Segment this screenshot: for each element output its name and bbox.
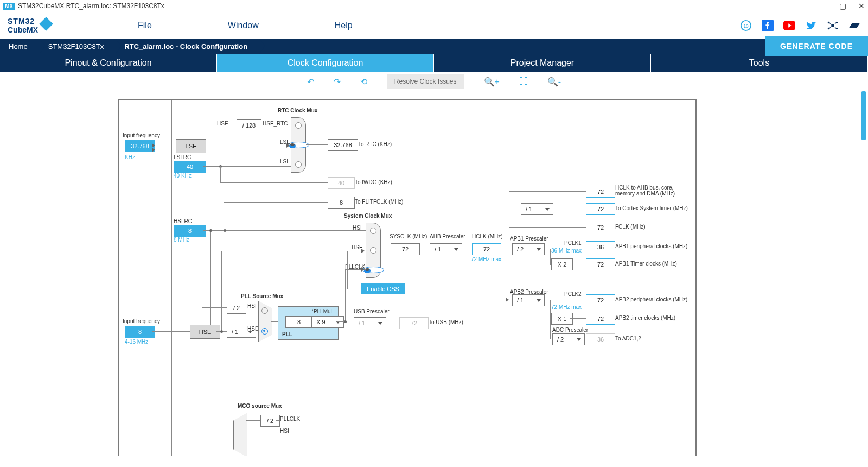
hse-box[interactable]: HSE bbox=[190, 325, 220, 339]
breadcrumb-chip[interactable]: STM32F103C8Tx bbox=[40, 39, 116, 54]
resolve-clock-issues-button[interactable]: Resolve Clock Issues bbox=[387, 74, 464, 89]
menu-window[interactable]: Window bbox=[228, 21, 259, 30]
cube-icon bbox=[39, 17, 53, 30]
pclk1-label: PCLK1 bbox=[564, 240, 582, 246]
st-logo-icon[interactable] bbox=[848, 20, 860, 31]
pll-input-value[interactable]: 8 bbox=[285, 316, 312, 328]
enable-css-button[interactable]: Enable CSS bbox=[361, 283, 405, 294]
mco-source-mux[interactable] bbox=[233, 413, 247, 456]
lse-input-label: Input frequency bbox=[123, 132, 160, 138]
system-clock-mux[interactable] bbox=[366, 223, 381, 278]
breadcrumb-home[interactable]: Home bbox=[0, 39, 40, 54]
usb-label: To USB (MHz) bbox=[429, 319, 463, 325]
rtc-clock-mux[interactable] bbox=[291, 117, 306, 173]
flitfclk-label: To FLITFCLK (MHz) bbox=[355, 199, 403, 205]
cortex-prescaler-select[interactable]: / 1 bbox=[521, 203, 553, 215]
youtube-icon[interactable] bbox=[783, 20, 795, 31]
community-icon[interactable] bbox=[827, 20, 839, 31]
apb1-presc-label: APB1 Prescaler bbox=[510, 236, 548, 242]
toolbar: ↶ ↷ ⟲ Resolve Clock Issues 🔍+ ⛶ 🔍- bbox=[0, 72, 868, 91]
clock-diagram-canvas[interactable]: Input frequency 32.768 KHz LSE LSI RC 40… bbox=[118, 99, 697, 456]
cortex-label: To Cortex System timer (MHz) bbox=[615, 205, 688, 211]
ahb-prescaler-select[interactable]: / 1 bbox=[430, 243, 462, 255]
pclk1-note: 36 MHz max bbox=[551, 248, 582, 254]
mco-div2: / 2 bbox=[260, 415, 280, 427]
logo-line1: STM32 bbox=[8, 17, 38, 26]
apb2-prescaler-select[interactable]: / 1 bbox=[512, 294, 545, 306]
tab-tools[interactable]: Tools bbox=[651, 54, 868, 72]
ahb-presc-label: AHB Prescaler bbox=[430, 234, 465, 239]
svg-text:10: 10 bbox=[743, 24, 749, 29]
lsi-rc-label: LSI RC bbox=[174, 154, 191, 160]
pclk2-label: PCLK2 bbox=[564, 291, 582, 297]
pll-hsi-div2: / 2 bbox=[227, 302, 246, 314]
menubar: STM32 CubeMX File Window Help 10 bbox=[0, 12, 868, 39]
mco-pllclk-label: PLLCLK bbox=[280, 416, 300, 422]
zoom-out-icon[interactable]: 🔍- bbox=[547, 77, 561, 87]
sys-mux-title: System Clock Mux bbox=[344, 213, 392, 219]
vertical-scrollbar[interactable] bbox=[860, 91, 866, 456]
sysclk-label: SYSCLK (MHz) bbox=[390, 234, 427, 239]
fit-icon[interactable]: ⛶ bbox=[519, 77, 528, 86]
facebook-icon[interactable] bbox=[762, 20, 774, 31]
rtc-out-value[interactable]: 32.768 bbox=[328, 139, 358, 151]
hse-input-value[interactable]: 8 bbox=[125, 326, 155, 338]
window-title: STM32CubeMX RTC_alarm.ioc: STM32F103C8Tx bbox=[18, 2, 164, 10]
hclk-value[interactable]: 72 bbox=[472, 243, 501, 255]
apb1-timer-mul: X 2 bbox=[551, 258, 573, 270]
reset-icon[interactable]: ⟲ bbox=[360, 77, 367, 87]
rtc-mux-title: RTC Clock Mux bbox=[278, 108, 317, 113]
lse-input-value[interactable]: 32.768 bbox=[125, 140, 155, 152]
apb2-periph-label: APB2 peripheral clocks (MHz) bbox=[615, 296, 687, 302]
breadcrumb: Home STM32F103C8Tx RTC_alarm.ioc - Clock… bbox=[0, 39, 868, 54]
menu-help[interactable]: Help bbox=[335, 21, 353, 30]
usb-presc-label: USB Prescaler bbox=[354, 308, 390, 314]
redo-icon[interactable]: ↷ bbox=[334, 77, 341, 87]
hsi-unit: 8 MHz bbox=[174, 237, 189, 243]
pll-src-title: PLL Source Mux bbox=[241, 293, 283, 299]
pll-label: PLL bbox=[282, 331, 292, 337]
tab-clock[interactable]: Clock Configuration bbox=[217, 54, 434, 72]
pll-hse-label: HSE bbox=[247, 326, 259, 332]
lse-box[interactable]: LSE bbox=[176, 139, 206, 153]
sys-hsi-label: HSI bbox=[353, 225, 362, 231]
lse-unit: KHz bbox=[125, 154, 135, 160]
adc-presc-label: ADC Prescaler bbox=[552, 327, 588, 333]
minimize-icon[interactable]: — bbox=[820, 2, 827, 10]
pllmul-select[interactable]: X 9 bbox=[311, 316, 344, 328]
pll-mux-hsi-dot bbox=[261, 307, 268, 314]
adc-value: 36 bbox=[586, 333, 615, 345]
maximize-icon[interactable]: ▢ bbox=[839, 2, 846, 10]
main-bus-wire bbox=[171, 100, 172, 456]
anniversary-icon[interactable]: 10 bbox=[740, 20, 752, 31]
generate-code-button[interactable]: GENERATE CODE bbox=[765, 36, 868, 56]
apb2-timer-value: 72 bbox=[586, 313, 615, 325]
hse-unit: 4-16 MHz bbox=[125, 339, 148, 345]
adc-prescaler-select[interactable]: / 2 bbox=[552, 333, 585, 345]
hclk-note: 72 MHz max bbox=[471, 256, 501, 262]
tab-project-manager[interactable]: Project Manager bbox=[434, 54, 651, 72]
breadcrumb-page[interactable]: RTC_alarm.ioc - Clock Configuration bbox=[116, 39, 259, 54]
usb-prescaler-select[interactable]: / 1 bbox=[354, 317, 386, 329]
apb1-timer-value: 72 bbox=[586, 258, 615, 270]
hclk-ahb-value: 72 bbox=[586, 186, 615, 198]
menu-file[interactable]: File bbox=[138, 21, 152, 30]
adc-label: To ADC1,2 bbox=[615, 336, 641, 342]
apb1-periph-value: 36 bbox=[586, 241, 615, 253]
fclk-label: FCLK (MHz) bbox=[615, 224, 646, 230]
apb2-timer-label: APB2 timer clocks (MHz) bbox=[615, 315, 675, 321]
apb1-timer-label: APB1 Timer clocks (MHz) bbox=[615, 261, 677, 267]
hse-rtc-label: HSE_RTC bbox=[263, 121, 288, 127]
undo-icon[interactable]: ↶ bbox=[307, 77, 314, 87]
zoom-in-icon[interactable]: 🔍+ bbox=[484, 77, 500, 87]
close-icon[interactable]: ✕ bbox=[858, 2, 865, 10]
twitter-icon[interactable] bbox=[805, 20, 817, 31]
apb1-prescaler-select[interactable]: / 2 bbox=[512, 243, 545, 255]
hse-div128-box: / 128 bbox=[237, 119, 261, 131]
cortex-value: 72 bbox=[586, 203, 615, 215]
pclk2-note: 72 MHz max bbox=[551, 304, 582, 310]
main-tabs: Pinout & Configuration Clock Configurati… bbox=[0, 54, 868, 72]
tab-pinout[interactable]: Pinout & Configuration bbox=[0, 54, 217, 72]
hse-label-top: HSE bbox=[217, 121, 228, 127]
sysclk-value[interactable]: 72 bbox=[391, 243, 420, 255]
